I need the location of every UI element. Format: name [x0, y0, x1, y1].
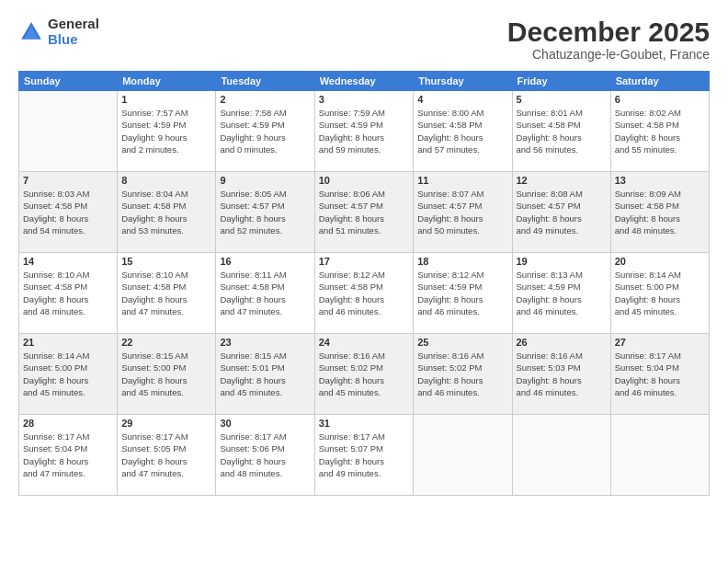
day-info: Sunrise: 8:14 AMSunset: 5:00 PMDaylight:… — [615, 269, 705, 317]
day-info: Sunrise: 8:00 AMSunset: 4:58 PMDaylight:… — [417, 107, 507, 155]
calendar-table: SundayMondayTuesdayWednesdayThursdayFrid… — [18, 71, 710, 496]
calendar-cell: 6Sunrise: 8:02 AMSunset: 4:58 PMDaylight… — [610, 91, 709, 172]
day-number: 18 — [417, 256, 507, 267]
calendar-cell: 18Sunrise: 8:12 AMSunset: 4:59 PMDayligh… — [414, 253, 512, 334]
day-info: Sunrise: 8:06 AMSunset: 4:57 PMDaylight:… — [319, 188, 410, 236]
day-info: Sunrise: 8:02 AMSunset: 4:58 PMDaylight:… — [615, 107, 705, 155]
day-number: 30 — [220, 418, 310, 429]
day-info: Sunrise: 8:15 AMSunset: 5:01 PMDaylight:… — [220, 350, 310, 398]
day-number: 11 — [417, 175, 507, 186]
calendar-cell: 3Sunrise: 7:59 AMSunset: 4:59 PMDaylight… — [314, 91, 414, 172]
calendar-cell: 24Sunrise: 8:16 AMSunset: 5:02 PMDayligh… — [314, 334, 414, 415]
calendar-cell: 25Sunrise: 8:16 AMSunset: 5:02 PMDayligh… — [414, 334, 512, 415]
title-block: December 2025 Chatuzange-le-Goubet, Fran… — [507, 17, 710, 62]
day-number: 27 — [615, 337, 705, 348]
day-info: Sunrise: 8:11 AMSunset: 4:58 PMDaylight:… — [220, 269, 310, 317]
header-monday: Monday — [118, 72, 216, 91]
location: Chatuzange-le-Goubet, France — [507, 47, 710, 62]
header-tuesday: Tuesday — [216, 72, 314, 91]
calendar-cell: 30Sunrise: 8:17 AMSunset: 5:06 PMDayligh… — [216, 415, 314, 496]
calendar-cell: 20Sunrise: 8:14 AMSunset: 5:00 PMDayligh… — [610, 253, 709, 334]
day-info: Sunrise: 8:17 AMSunset: 5:04 PMDaylight:… — [615, 350, 705, 398]
calendar-cell: 10Sunrise: 8:06 AMSunset: 4:57 PMDayligh… — [314, 172, 414, 253]
calendar-cell: 23Sunrise: 8:15 AMSunset: 5:01 PMDayligh… — [216, 334, 314, 415]
day-number: 28 — [23, 418, 113, 429]
week-row-2: 14Sunrise: 8:10 AMSunset: 4:58 PMDayligh… — [19, 253, 710, 334]
day-number: 8 — [121, 175, 211, 186]
calendar-cell: 9Sunrise: 8:05 AMSunset: 4:57 PMDaylight… — [216, 172, 314, 253]
day-info: Sunrise: 8:01 AMSunset: 4:58 PMDaylight:… — [517, 107, 607, 155]
day-number: 5 — [517, 94, 607, 105]
calendar-cell: 5Sunrise: 8:01 AMSunset: 4:58 PMDaylight… — [512, 91, 610, 172]
logo: General Blue — [18, 17, 99, 47]
month-title: December 2025 — [507, 17, 710, 47]
calendar-cell: 27Sunrise: 8:17 AMSunset: 5:04 PMDayligh… — [610, 334, 709, 415]
calendar-cell: 1Sunrise: 7:57 AMSunset: 4:59 PMDaylight… — [118, 91, 216, 172]
calendar-cell: 4Sunrise: 8:00 AMSunset: 4:58 PMDaylight… — [414, 91, 512, 172]
day-number: 12 — [517, 175, 607, 186]
calendar-cell: 26Sunrise: 8:16 AMSunset: 5:03 PMDayligh… — [512, 334, 610, 415]
day-info: Sunrise: 8:16 AMSunset: 5:03 PMDaylight:… — [517, 350, 607, 398]
calendar-body: 1Sunrise: 7:57 AMSunset: 4:59 PMDaylight… — [19, 91, 710, 496]
day-info: Sunrise: 8:10 AMSunset: 4:58 PMDaylight:… — [121, 269, 211, 317]
day-info: Sunrise: 8:08 AMSunset: 4:57 PMDaylight:… — [517, 188, 607, 236]
day-number: 19 — [517, 256, 607, 267]
day-info: Sunrise: 8:13 AMSunset: 4:59 PMDaylight:… — [517, 269, 607, 317]
week-row-4: 28Sunrise: 8:17 AMSunset: 5:04 PMDayligh… — [19, 415, 710, 496]
calendar-cell: 12Sunrise: 8:08 AMSunset: 4:57 PMDayligh… — [512, 172, 610, 253]
day-number: 3 — [319, 94, 410, 105]
day-number: 23 — [220, 337, 310, 348]
calendar-cell: 22Sunrise: 8:15 AMSunset: 5:00 PMDayligh… — [118, 334, 216, 415]
day-number: 4 — [417, 94, 507, 105]
day-info: Sunrise: 7:59 AMSunset: 4:59 PMDaylight:… — [319, 107, 410, 155]
day-number: 2 — [220, 94, 310, 105]
calendar-cell: 19Sunrise: 8:13 AMSunset: 4:59 PMDayligh… — [512, 253, 610, 334]
day-info: Sunrise: 8:03 AMSunset: 4:58 PMDaylight:… — [23, 188, 113, 236]
header-thursday: Thursday — [414, 72, 512, 91]
calendar-cell: 8Sunrise: 8:04 AMSunset: 4:58 PMDaylight… — [118, 172, 216, 253]
header: General Blue December 2025 Chatuzange-le… — [18, 17, 710, 62]
day-info: Sunrise: 7:57 AMSunset: 4:59 PMDaylight:… — [121, 107, 211, 155]
day-number: 6 — [615, 94, 705, 105]
calendar-cell: 21Sunrise: 8:14 AMSunset: 5:00 PMDayligh… — [19, 334, 118, 415]
week-row-0: 1Sunrise: 7:57 AMSunset: 4:59 PMDaylight… — [19, 91, 710, 172]
day-number: 17 — [319, 256, 410, 267]
day-info: Sunrise: 8:07 AMSunset: 4:57 PMDaylight:… — [417, 188, 507, 236]
day-number: 21 — [23, 337, 113, 348]
calendar-cell — [610, 415, 709, 496]
day-info: Sunrise: 8:14 AMSunset: 5:00 PMDaylight:… — [23, 350, 113, 398]
day-number: 25 — [417, 337, 507, 348]
day-info: Sunrise: 8:12 AMSunset: 4:58 PMDaylight:… — [319, 269, 410, 317]
day-number: 1 — [121, 94, 211, 105]
day-info: Sunrise: 8:17 AMSunset: 5:06 PMDaylight:… — [220, 431, 310, 479]
calendar-cell: 31Sunrise: 8:17 AMSunset: 5:07 PMDayligh… — [314, 415, 414, 496]
calendar-cell: 17Sunrise: 8:12 AMSunset: 4:58 PMDayligh… — [314, 253, 414, 334]
header-saturday: Saturday — [610, 72, 709, 91]
calendar-cell: 28Sunrise: 8:17 AMSunset: 5:04 PMDayligh… — [19, 415, 118, 496]
day-number: 10 — [319, 175, 410, 186]
header-friday: Friday — [512, 72, 610, 91]
day-number: 29 — [121, 418, 211, 429]
day-number: 15 — [121, 256, 211, 267]
calendar-cell: 15Sunrise: 8:10 AMSunset: 4:58 PMDayligh… — [118, 253, 216, 334]
day-info: Sunrise: 8:17 AMSunset: 5:04 PMDaylight:… — [23, 431, 113, 479]
day-info: Sunrise: 8:09 AMSunset: 4:58 PMDaylight:… — [615, 188, 705, 236]
calendar-cell: 14Sunrise: 8:10 AMSunset: 4:58 PMDayligh… — [19, 253, 118, 334]
day-number: 22 — [121, 337, 211, 348]
header-wednesday: Wednesday — [314, 72, 414, 91]
day-info: Sunrise: 8:12 AMSunset: 4:59 PMDaylight:… — [417, 269, 507, 317]
page: General Blue December 2025 Chatuzange-le… — [0, 0, 728, 563]
logo-icon — [18, 19, 44, 45]
calendar-cell: 16Sunrise: 8:11 AMSunset: 4:58 PMDayligh… — [216, 253, 314, 334]
calendar-cell — [19, 91, 118, 172]
day-info: Sunrise: 7:58 AMSunset: 4:59 PMDaylight:… — [220, 107, 310, 155]
calendar-cell — [512, 415, 610, 496]
day-info: Sunrise: 8:10 AMSunset: 4:58 PMDaylight:… — [23, 269, 113, 317]
logo-text: General Blue — [48, 17, 99, 47]
day-info: Sunrise: 8:16 AMSunset: 5:02 PMDaylight:… — [417, 350, 507, 398]
day-number: 7 — [23, 175, 113, 186]
week-row-1: 7Sunrise: 8:03 AMSunset: 4:58 PMDaylight… — [19, 172, 710, 253]
logo-general-label: General — [48, 17, 99, 32]
day-number: 9 — [220, 175, 310, 186]
day-info: Sunrise: 8:16 AMSunset: 5:02 PMDaylight:… — [319, 350, 410, 398]
